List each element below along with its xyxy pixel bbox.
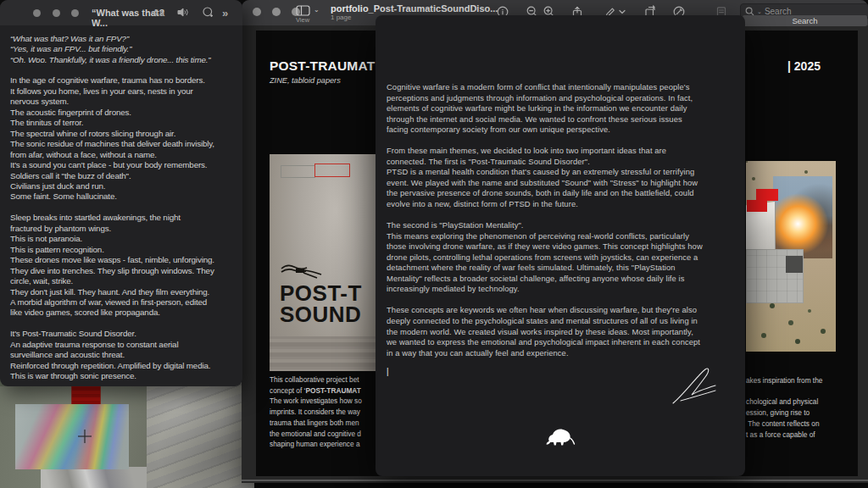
close-button[interactable]: [33, 9, 41, 17]
text-line: These concepts are keywords we often hea…: [387, 305, 736, 316]
armadillo-icon: [545, 426, 576, 448]
text-line: A morbid algorithm of war, viewed in fir…: [10, 297, 241, 308]
text-cursor: |: [387, 367, 389, 376]
speaker-button[interactable]: [176, 6, 189, 20]
text-line: [10, 319, 241, 329]
text-line: It's a sound you can't place - but your …: [10, 160, 241, 170]
text-line: “What was that? Was it an FPV?”: [10, 34, 241, 44]
text-line: event. We played with the name and subst…: [387, 178, 736, 189]
text-line: “Oh. Woo. Thankfully, it was a friendly …: [10, 55, 241, 65]
text-line: [10, 65, 241, 75]
text-line: Cognitive warfare is a modern form of co…: [387, 82, 736, 93]
pdf-left-column: This collaborative project bet concept o…: [270, 374, 378, 450]
document-title: portfolio_Post-TraumaticSoundDiso...: [331, 3, 498, 14]
search-tooltip: Search: [743, 15, 867, 26]
text-line: This collaborative project bet: [270, 374, 378, 385]
text-line: In the age of cognitive warfare, trauma …: [10, 75, 241, 86]
text-line: The tinnitus of terror.: [10, 118, 241, 128]
text-line: The sonic residue of machines that deliv…: [10, 139, 241, 149]
zoom-window-button[interactable]: [71, 9, 79, 17]
text-line: like video games, scored like propaganda…: [10, 308, 241, 318]
text-line: increasingly mediated by technology.: [387, 284, 736, 295]
pdf-title: POST-TRAUMATIC: [270, 58, 388, 74]
crosshair-icon: [78, 430, 92, 443]
text-line: The spectral whine of rotors slicing thr…: [10, 129, 241, 139]
text-line: Soldiers call it "the buzz of death".: [10, 171, 241, 181]
view-menu-button[interactable]: ⌄ View: [296, 3, 330, 24]
sidebar-view-icon: [296, 5, 310, 16]
text-line: from afar, without a face, without a nam…: [10, 150, 241, 160]
text-line: trauma that lingers both men: [270, 418, 378, 429]
text-line: those involving drone warfare, as if the…: [387, 241, 736, 252]
text-line: perceptions and judgments through inform…: [387, 93, 736, 104]
more-toolbar-button[interactable]: »: [222, 7, 228, 19]
text-line: Sleep breaks into startled awakenings, t…: [10, 213, 241, 223]
text-line: ession, giving rise to: [746, 408, 848, 419]
poem-body-block: In the age of cognitive warfare, trauma …: [10, 65, 241, 382]
text-line: The acoustic fingerprint of drones.: [10, 108, 241, 118]
text-line: [746, 386, 848, 397]
poster-word-1: POST-T: [280, 283, 362, 303]
poster-artwork: POST-T SOUND: [270, 154, 376, 371]
text-line: t as a force capable of: [746, 430, 848, 441]
collage-prism-image: [15, 404, 129, 469]
collage-relief-texture: [147, 374, 254, 488]
text-line: shaping human experience a: [270, 439, 378, 450]
text-line: elements of cognitive warfare might be l…: [387, 103, 736, 114]
red-censor-block-1: [756, 189, 778, 201]
notes-window: “What was that? W... Aa » “What was that…: [0, 0, 242, 386]
text-line: deeply connected to the psychological st…: [387, 316, 736, 327]
text-line: surveillance and acoustic threat.: [10, 350, 241, 360]
close-button[interactable]: [253, 8, 261, 16]
text-line: in a way that you can actually feel and …: [387, 348, 736, 359]
text-line: [387, 295, 736, 306]
format-button[interactable]: Aa: [153, 8, 164, 18]
text-line: the pervasive presence of drone sounds, …: [387, 188, 736, 199]
text-line: the modern world. We created visual work…: [387, 327, 736, 338]
shrub-specks: [746, 161, 748, 163]
text-line: This means exploring the phenomenon of p…: [387, 231, 736, 242]
minimize-button[interactable]: [272, 8, 281, 16]
drone-silhouette-icon: [281, 263, 325, 281]
text-line: They don't just kill. They haunt. And th…: [10, 287, 241, 297]
text-line: fractured by phantom wings.: [10, 224, 241, 234]
text-line: concept of ‘POST-TRAUMAT: [270, 385, 378, 396]
text-line: Mentality" reflects a broader societal c…: [387, 274, 736, 285]
view-label: View: [296, 16, 309, 24]
minimize-button[interactable]: [53, 9, 60, 17]
text-line: They dive into trenches. They slip throu…: [10, 266, 241, 276]
text-line: drone pilots, controlling lethal operati…: [387, 252, 736, 263]
text-line: akes inspiration from the: [746, 375, 848, 386]
rooftop-dark-square: [786, 256, 803, 273]
text-line: imprints. It considers the way: [270, 407, 378, 418]
text-line: The second is "PlayStation Mentality".: [387, 220, 736, 231]
text-line: [387, 210, 736, 221]
rooftop-overlay: [746, 249, 804, 303]
text-segment: concept of ‘: [270, 386, 305, 395]
text-line: This is war through sonic presence.: [10, 371, 241, 381]
text-line: Some faint. Some hallucinate.: [10, 191, 241, 202]
text-line: PTSD is a mental health condition that's…: [387, 167, 736, 178]
text-line: This is pattern recognition.: [10, 245, 241, 255]
statement-panel: Cognitive warfare is a modern form of co…: [376, 15, 745, 476]
text-line: Civilians just duck and run.: [10, 181, 241, 191]
collage-photo-strip: [41, 467, 147, 488]
text-line: From these main themes, we decided to lo…: [387, 146, 736, 157]
add-link-button[interactable]: [202, 6, 214, 20]
text-line: It's Post-Traumatic Sound Disorder.: [10, 329, 241, 339]
text-line: nervous system.: [10, 97, 241, 107]
pdf-subtitle: ZINE, tabloid papers: [270, 76, 341, 85]
text-line: [387, 136, 736, 147]
text-segment-bold: POST-TRAUMAT: [305, 386, 360, 395]
prism-rainbow-streak-2: [15, 404, 129, 469]
chevron-down-icon: ⌄: [314, 6, 320, 14]
statement-text: Cognitive warfare is a modern form of co…: [387, 82, 736, 358]
notes-titlebar: “What was that? W... Aa »: [0, 0, 242, 25]
text-line: through the internet and social media. W…: [387, 114, 736, 125]
pdf-right-column: akes inspiration from the chological and…: [746, 375, 848, 440]
text-line: facing contemporary society from our own…: [387, 125, 736, 136]
text-line: The work investigates how so: [270, 396, 378, 407]
text-line: we wanted to express the emotional and p…: [387, 337, 736, 348]
text-line: It follows you home, lives in your ears,…: [10, 86, 241, 97]
text-line: The content reflects on: [746, 419, 848, 430]
